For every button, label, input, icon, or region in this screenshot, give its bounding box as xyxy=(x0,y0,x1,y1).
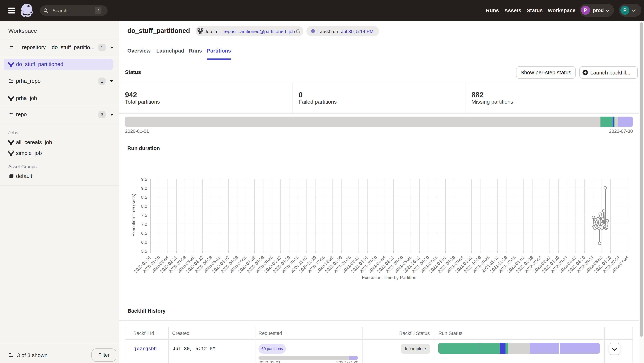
svg-text:9.5: 9.5 xyxy=(141,177,147,182)
svg-text:8.5: 8.5 xyxy=(141,195,147,200)
svg-text:7.0: 7.0 xyxy=(141,222,147,227)
svg-text:9.0: 9.0 xyxy=(141,186,147,191)
svg-text:5.5: 5.5 xyxy=(141,249,147,254)
svg-text:Execution Time by Partition: Execution Time by Partition xyxy=(362,275,416,280)
svg-text:Execution time (secs): Execution time (secs) xyxy=(131,194,136,237)
svg-text:6.0: 6.0 xyxy=(141,240,147,245)
svg-text:8.0: 8.0 xyxy=(141,204,147,209)
svg-text:7.5: 7.5 xyxy=(141,213,147,218)
svg-text:6.5: 6.5 xyxy=(141,231,147,236)
